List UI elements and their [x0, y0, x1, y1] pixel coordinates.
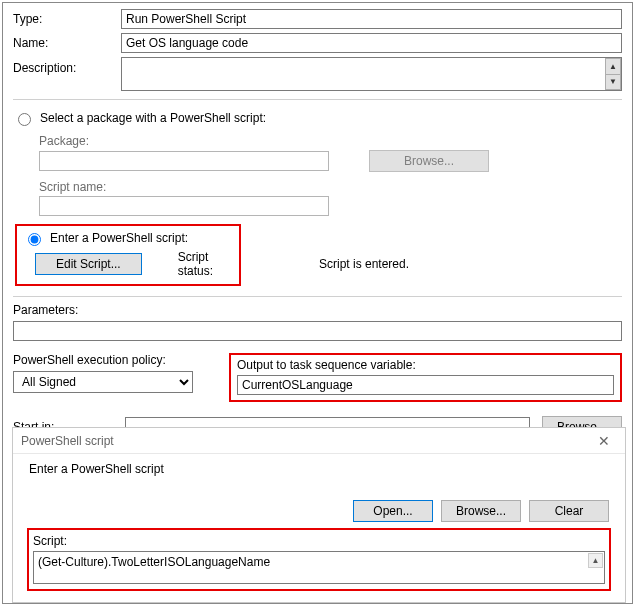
exec-policy-label: PowerShell execution policy: — [13, 353, 199, 367]
script-label: Script: — [33, 532, 605, 551]
clear-button[interactable]: Clear — [529, 500, 609, 522]
open-button[interactable]: Open... — [353, 500, 433, 522]
scroll-up-icon[interactable]: ▲ — [588, 553, 603, 568]
parameters-label: Parameters: — [13, 303, 78, 317]
script-status-label: Script status: — [178, 250, 233, 278]
description-label: Description: — [13, 57, 121, 75]
description-field[interactable] — [121, 57, 622, 91]
scriptname-label: Script name: — [39, 180, 632, 194]
description-spin: ▲ ▼ — [605, 58, 621, 90]
edit-script-button[interactable]: Edit Script... — [35, 253, 142, 275]
script-status-value: Script is entered. — [319, 257, 409, 271]
type-label: Type: — [13, 12, 121, 26]
scriptname-field — [39, 196, 329, 216]
exec-policy-select[interactable]: All Signed — [13, 371, 193, 393]
browse-button[interactable]: Browse... — [441, 500, 521, 522]
close-icon[interactable]: ✕ — [583, 428, 625, 454]
dialog-titlebar: PowerShell script ✕ — [13, 428, 625, 454]
enter-script-radio[interactable] — [28, 233, 41, 246]
name-field[interactable] — [121, 33, 622, 53]
script-highlight: Script: (Get-Culture).TwoLetterISOLangua… — [27, 528, 611, 591]
browse-package-button: Browse... — [369, 150, 489, 172]
output-var-field[interactable] — [237, 375, 614, 395]
script-textarea[interactable]: (Get-Culture).TwoLetterISOLanguageName — [34, 552, 604, 580]
output-var-highlight: Output to task sequence variable: — [229, 353, 622, 402]
spin-down-icon[interactable]: ▼ — [605, 75, 621, 91]
package-field — [39, 151, 329, 171]
select-package-radio[interactable] — [18, 113, 31, 126]
enter-script-highlight: Enter a PowerShell script: Edit Script..… — [15, 224, 241, 286]
divider — [13, 99, 622, 100]
divider — [13, 296, 622, 297]
name-label: Name: — [13, 36, 121, 50]
package-label: Package: — [39, 134, 632, 148]
output-var-label: Output to task sequence variable: — [231, 355, 620, 372]
enter-script-radio-label: Enter a PowerShell script: — [50, 231, 188, 245]
spin-up-icon[interactable]: ▲ — [605, 58, 621, 75]
select-package-radio-label: Select a package with a PowerShell scrip… — [40, 111, 266, 125]
properties-panel: Type: Name: Description: ▲ ▼ Select a pa… — [2, 2, 633, 604]
dialog-title: PowerShell script — [21, 434, 114, 448]
parameters-field[interactable] — [13, 321, 622, 341]
type-field[interactable] — [121, 9, 622, 29]
powershell-script-dialog: PowerShell script ✕ Enter a PowerShell s… — [12, 427, 626, 603]
dialog-prompt: Enter a PowerShell script — [29, 462, 609, 476]
